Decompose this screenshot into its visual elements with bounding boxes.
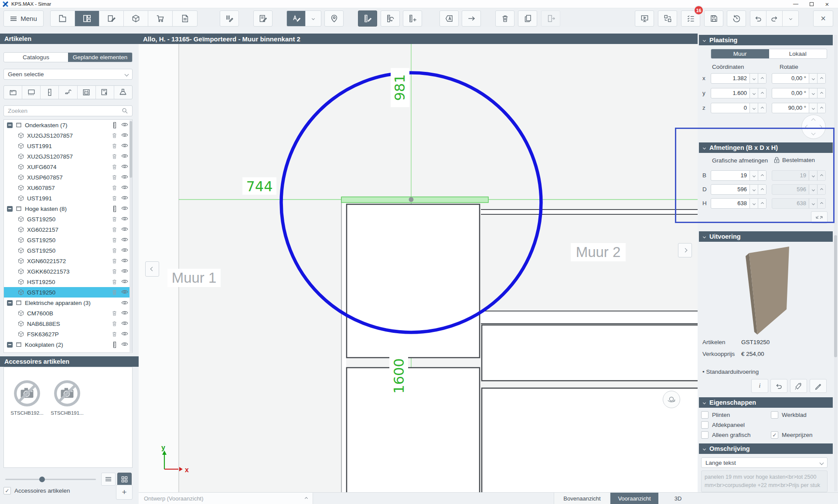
spin-down-button[interactable] (809, 74, 817, 83)
checkbox-meerprijzen[interactable]: ✓Meerprijzen (771, 431, 813, 439)
checkbox-afdekpaneel[interactable]: Afdekpaneel (701, 421, 745, 429)
tree-row[interactable]: Elektrische apparaten (3) (4, 298, 132, 308)
eye-icon[interactable] (121, 185, 128, 191)
eye-icon[interactable] (121, 321, 128, 327)
checkbox-alleen-grafisch[interactable]: Alleen grafisch (701, 431, 751, 439)
spin-up-button[interactable] (817, 103, 825, 113)
category-sink-button[interactable] (59, 86, 77, 99)
trash-icon[interactable] (112, 289, 117, 295)
tree-row[interactable]: Kookplaten (2) (4, 339, 132, 350)
notification-badge[interactable]: 16 (694, 5, 704, 15)
eye-icon[interactable] (121, 153, 128, 159)
spin-up-button[interactable] (758, 74, 766, 83)
close-window-button[interactable]: × (822, 0, 832, 7)
dimension-add-button[interactable] (403, 10, 422, 27)
copy-button[interactable] (518, 10, 537, 27)
tree-row[interactable]: XUFG6074 (4, 162, 132, 172)
spin-down-button[interactable] (749, 103, 758, 113)
eye-icon[interactable] (121, 247, 128, 254)
redo-button[interactable] (766, 11, 783, 26)
resize-expand-button[interactable] (811, 211, 828, 223)
document-button[interactable] (173, 11, 197, 26)
text-edit-dropdown[interactable] (306, 11, 321, 26)
spin-up-button[interactable] (758, 103, 766, 113)
maximize-button[interactable] (807, 0, 816, 7)
spin-down-button[interactable] (749, 199, 758, 208)
tree-row[interactable]: XU607857 (4, 183, 132, 193)
measure-icon[interactable] (112, 122, 117, 129)
section-plaatsing-header[interactable]: Plaatsing (699, 35, 833, 45)
checkbox-plinten[interactable]: Plinten (701, 411, 730, 419)
eye-icon[interactable] (121, 268, 128, 274)
rotation-field[interactable]: 0,00 ° (772, 73, 826, 84)
tab-vooraanzicht[interactable]: Vooraanzicht (610, 493, 658, 504)
tab-geplande-elementen[interactable]: Geplande elementen (68, 53, 132, 62)
cart-button[interactable] (148, 11, 173, 26)
eye-icon[interactable] (121, 227, 128, 233)
pan-pad[interactable] (801, 115, 826, 139)
tree-row[interactable]: FSK63627P (4, 329, 132, 339)
eye-icon[interactable] (121, 216, 128, 222)
eye-icon[interactable] (121, 258, 128, 264)
next-wall-button[interactable] (678, 243, 692, 257)
delete-button[interactable] (495, 10, 514, 27)
spin-down-button[interactable] (809, 103, 817, 113)
tree-row[interactable]: UST1991 (4, 193, 132, 203)
menu-button[interactable]: Menu (3, 10, 44, 27)
presentation-button[interactable] (635, 10, 654, 27)
save-button[interactable] (704, 10, 723, 27)
category-hood-button[interactable] (114, 86, 132, 99)
eye-icon[interactable] (121, 143, 128, 149)
tree-row[interactable]: XUSP607857 (4, 172, 132, 183)
trash-icon[interactable] (112, 174, 117, 180)
pan-right-icon[interactable] (818, 125, 822, 129)
close-plan-button[interactable]: × (813, 10, 833, 27)
pin-button[interactable] (324, 10, 344, 27)
revert-version-button[interactable] (770, 379, 787, 393)
spin-up-button[interactable] (758, 88, 766, 98)
undo-history-dropdown[interactable] (783, 11, 798, 26)
selection-dropdown[interactable]: Geen selectie (3, 69, 133, 80)
plan-edit-button[interactable] (99, 11, 124, 26)
collapse-icon[interactable] (7, 342, 13, 348)
arrow-button[interactable] (462, 10, 481, 27)
spin-up-button[interactable] (817, 74, 825, 83)
spin-up-button[interactable] (817, 88, 825, 98)
eye-icon[interactable] (121, 300, 128, 305)
graphic-dim-field[interactable]: 596 (711, 184, 766, 195)
description-textarea[interactable]: panelen 19 mm voor hoge kasten<br>tot 25… (701, 470, 828, 492)
checkbox-werkblad[interactable]: Werkblad (771, 411, 807, 419)
trash-icon[interactable] (112, 143, 117, 149)
trash-icon[interactable] (112, 132, 117, 139)
dimension-edit-button[interactable] (358, 10, 377, 27)
tree-row[interactable]: GST19250 (4, 287, 132, 298)
eye-icon[interactable] (121, 237, 128, 243)
prev-wall-button[interactable] (145, 261, 159, 277)
accessories-checkbox[interactable]: ✓ (3, 487, 11, 494)
measure-icon[interactable] (112, 206, 117, 212)
tab-3d[interactable]: 3D (658, 493, 698, 504)
eye-icon[interactable] (121, 289, 128, 295)
label-button[interactable] (439, 10, 459, 27)
trash-icon[interactable] (112, 258, 117, 264)
collapse-icon[interactable] (7, 206, 13, 212)
eye-icon[interactable] (121, 164, 128, 170)
trash-icon[interactable] (112, 195, 117, 201)
accessory-item[interactable]: STSCHB192... (10, 379, 44, 416)
spin-down-button[interactable] (749, 74, 758, 83)
category-special-cabinet-button[interactable] (96, 86, 114, 99)
tab-catalogus[interactable]: Catalogus (4, 53, 68, 62)
pan-up-icon[interactable] (811, 118, 816, 123)
dimension-undo-button[interactable] (381, 10, 400, 27)
eye-icon[interactable] (121, 122, 128, 129)
trash-icon[interactable] (112, 227, 117, 233)
tree-row[interactable]: XGKK60221573 (4, 266, 132, 277)
eye-icon[interactable] (121, 310, 128, 316)
tree-row[interactable]: UST1991 (4, 141, 132, 151)
eye-icon[interactable] (121, 195, 128, 201)
section-eigenschappen-header[interactable]: Eigenschappen (699, 397, 833, 408)
orbit-view-button[interactable] (663, 391, 680, 408)
tree-row[interactable]: XU2GJS1207857 (4, 151, 132, 162)
eye-icon[interactable] (121, 279, 128, 285)
accessories-toggle[interactable]: ✓ Accessoires artikelen (3, 487, 70, 494)
